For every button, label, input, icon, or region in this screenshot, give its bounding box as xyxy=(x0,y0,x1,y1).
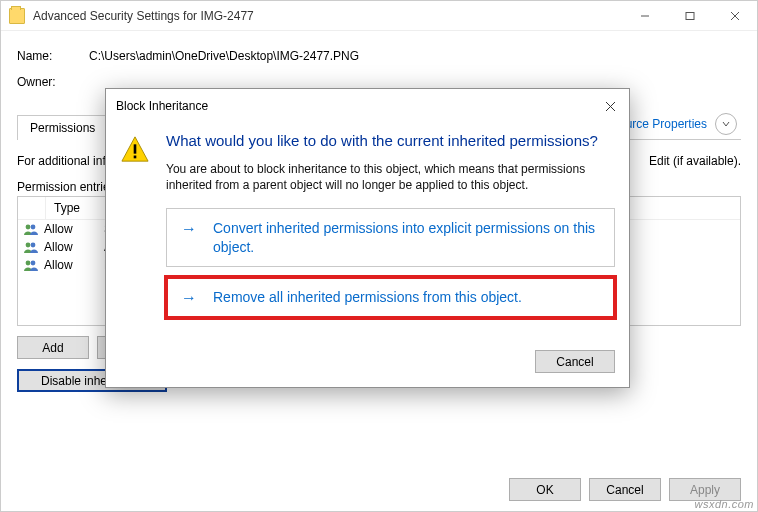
svg-point-6 xyxy=(26,243,31,248)
modal-close-button[interactable] xyxy=(601,97,619,115)
block-inheritance-dialog: Block Inheritance What would you like to… xyxy=(105,88,630,388)
name-value: C:\Users\admin\OneDrive\Desktop\IMG-2477… xyxy=(89,49,359,63)
cancel-button[interactable]: Cancel xyxy=(589,478,661,501)
close-button[interactable] xyxy=(712,1,757,30)
svg-rect-1 xyxy=(686,12,694,19)
owner-label: Owner: xyxy=(17,75,89,89)
name-label: Name: xyxy=(17,49,89,63)
option-remove[interactable]: → Remove all inherited permissions from … xyxy=(166,277,615,318)
help-text-tail: Edit (if available). xyxy=(649,154,741,168)
col-type[interactable]: Type xyxy=(46,197,106,219)
minimize-button[interactable] xyxy=(622,1,667,30)
watermark: wsxdn.com xyxy=(694,498,754,510)
users-icon xyxy=(22,240,40,254)
svg-point-9 xyxy=(31,261,36,266)
resource-properties-link[interactable]: ource Properties xyxy=(619,113,741,140)
window-title: Advanced Security Settings for IMG-2477 xyxy=(33,9,622,23)
option-convert-text: Convert inherited permissions into expli… xyxy=(213,219,600,257)
titlebar: Advanced Security Settings for IMG-2477 xyxy=(1,1,757,31)
svg-point-5 xyxy=(31,225,36,230)
modal-body-text: You are about to block inheritance to th… xyxy=(166,161,615,193)
folder-icon xyxy=(9,8,25,24)
dialog-footer: OK Cancel Apply xyxy=(1,468,757,511)
chevron-down-icon xyxy=(715,113,737,135)
modal-heading: What would you like to do with the curre… xyxy=(166,131,615,151)
arrow-right-icon: → xyxy=(181,219,201,238)
add-button[interactable]: Add xyxy=(17,336,89,359)
ok-button[interactable]: OK xyxy=(509,478,581,501)
tab-permissions[interactable]: Permissions xyxy=(17,115,108,140)
help-text: For additional inf xyxy=(17,154,106,168)
users-icon xyxy=(22,222,40,236)
modal-cancel-button[interactable]: Cancel xyxy=(535,350,615,373)
svg-rect-14 xyxy=(134,156,137,159)
svg-point-7 xyxy=(31,243,36,248)
maximize-button[interactable] xyxy=(667,1,712,30)
svg-point-4 xyxy=(26,225,31,230)
svg-rect-13 xyxy=(134,144,137,153)
arrow-right-icon: → xyxy=(181,288,201,307)
users-icon xyxy=(22,258,40,272)
resource-properties-label: ource Properties xyxy=(619,117,707,131)
security-settings-window: Advanced Security Settings for IMG-2477 … xyxy=(0,0,758,512)
warning-icon xyxy=(120,131,150,328)
svg-point-8 xyxy=(26,261,31,266)
modal-title: Block Inheritance xyxy=(116,99,601,113)
option-remove-text: Remove all inherited permissions from th… xyxy=(213,288,522,307)
option-convert[interactable]: → Convert inherited permissions into exp… xyxy=(166,208,615,268)
